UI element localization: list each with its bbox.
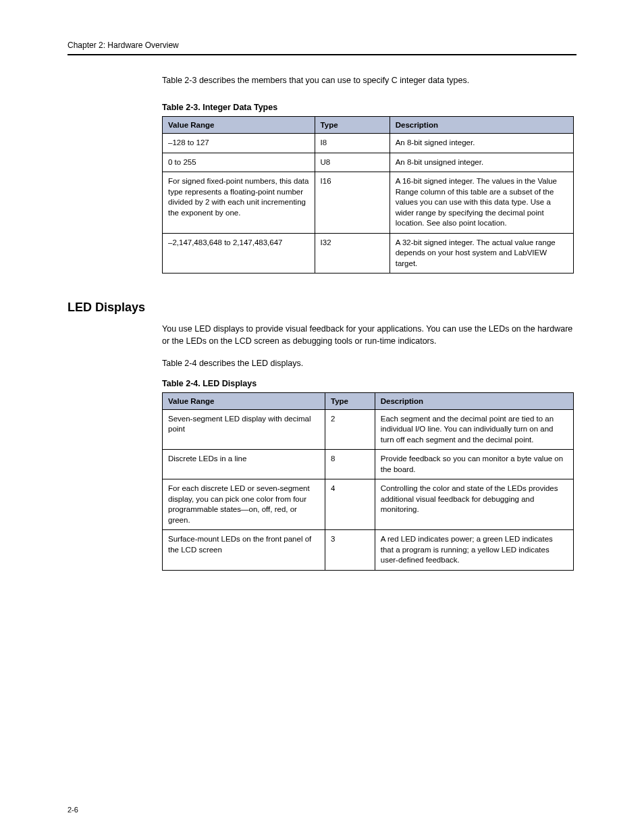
- cell-desc: Each segment and the decimal point are t…: [375, 409, 573, 450]
- cell-range: Surface-mount LEDs on the front panel of…: [163, 530, 325, 571]
- cell-type: 3: [325, 530, 375, 571]
- table-header-row: Value Range Type Description: [163, 117, 574, 134]
- cell-type: U8: [315, 153, 390, 172]
- head-rule: [68, 54, 576, 55]
- cell-desc: An 8-bit signed integer.: [390, 134, 573, 153]
- cell-desc: A 16-bit signed integer. The values in t…: [390, 172, 573, 234]
- body-text-2: Table 2-4 describes the LED displays.: [162, 357, 576, 369]
- cell-type: 8: [325, 450, 375, 479]
- page-number: 2-6: [68, 806, 78, 814]
- cell-type: 4: [325, 479, 375, 530]
- intro-text: Table 2-3 describes the members that you…: [162, 74, 576, 86]
- cell-desc: Provide feedback so you can monitor a by…: [375, 450, 573, 479]
- integer-types-table: Value Range Type Description –128 to 127…: [162, 116, 574, 273]
- table-row: For signed fixed-point numbers, this dat…: [163, 172, 574, 234]
- table-row: –128 to 127 I8 An 8-bit signed integer.: [163, 134, 574, 153]
- table-row: Discrete LEDs in a line 8 Provide feedba…: [163, 450, 574, 479]
- cell-range: –128 to 127: [163, 134, 315, 153]
- cell-range: For each discrete LED or seven-segment d…: [163, 479, 325, 530]
- table-row: For each discrete LED or seven-segment d…: [163, 479, 574, 530]
- header-type: Type: [315, 117, 390, 134]
- table-row: Seven-segment LED display with decimal p…: [163, 409, 574, 450]
- body-text-1: You use LED displays to provide visual f…: [162, 323, 576, 347]
- cell-range: –2,147,483,648 to 2,147,483,647: [163, 233, 315, 273]
- cell-range: 0 to 255: [163, 153, 315, 172]
- table2-caption: Table 2-4. LED Displays: [162, 379, 576, 388]
- header-description: Description: [390, 117, 573, 134]
- header-value-range: Value Range: [163, 117, 315, 134]
- cell-type: I32: [315, 233, 390, 273]
- cell-range: Seven-segment LED display with decimal p…: [163, 409, 325, 450]
- cell-type: I16: [315, 172, 390, 234]
- header-type: Type: [325, 392, 375, 409]
- cell-range: For signed fixed-point numbers, this dat…: [163, 172, 315, 234]
- cell-desc: A red LED indicates power; a green LED i…: [375, 530, 573, 571]
- table1-caption: Table 2-3. Integer Data Types: [162, 103, 576, 112]
- cell-type: I8: [315, 134, 390, 153]
- running-head: Chapter 2: Hardware Overview: [68, 41, 576, 50]
- table-header-row: Value Range Type Description: [163, 392, 574, 409]
- page: Chapter 2: Hardware Overview Table 2-3 d…: [0, 0, 644, 834]
- cell-desc: A 32-bit signed integer. The actual valu…: [390, 233, 573, 273]
- table-row: Surface-mount LEDs on the front panel of…: [163, 530, 574, 571]
- cell-type: 2: [325, 409, 375, 450]
- led-displays-table: Value Range Type Description Seven-segme…: [162, 392, 574, 571]
- cell-desc: An 8-bit unsigned integer.: [390, 153, 573, 172]
- table-row: –2,147,483,648 to 2,147,483,647 I32 A 32…: [163, 233, 574, 273]
- header-description: Description: [375, 392, 573, 409]
- cell-range: Discrete LEDs in a line: [163, 450, 325, 479]
- table-row: 0 to 255 U8 An 8-bit unsigned integer.: [163, 153, 574, 172]
- section-heading-led-displays: LED Displays: [68, 301, 576, 315]
- cell-desc: Controlling the color and state of the L…: [375, 479, 573, 530]
- header-value-range: Value Range: [163, 392, 325, 409]
